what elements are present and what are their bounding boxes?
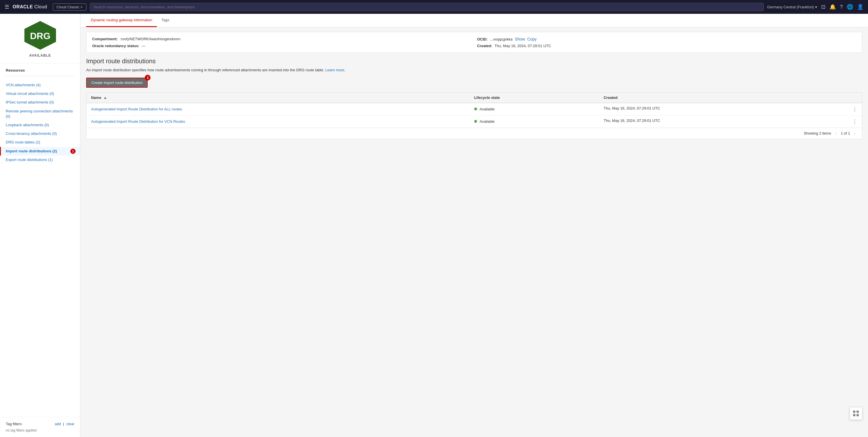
created-label: Created: (477, 44, 492, 48)
pagination-bar: Showing 2 items ‹ 1 of 1 › (86, 128, 862, 139)
table-row: Autogenerated Import Route Distribution … (87, 103, 862, 116)
sidebar-item-loopback[interactable]: Loopback attachments (0) (0, 121, 80, 129)
no-tag-filters-label: no tag filters applied (6, 428, 74, 432)
user-icon[interactable]: 👤 (857, 4, 863, 10)
ocid-row: OCID: ...vxqqcgvkka Show Copy (477, 37, 856, 41)
active-item-badge: 1 (70, 149, 75, 154)
sort-name-icon: ▲ (103, 95, 107, 100)
section-description: An import route distribution specifies h… (86, 67, 862, 73)
sidebar-item-import-route-distributions[interactable]: Import route distributions (2) 1 (0, 147, 80, 155)
tag-filter-actions: add | clear (55, 422, 74, 426)
content-area: Dynamic routing gateway information Tags… (81, 14, 868, 437)
col-lifecycle-state[interactable]: Lifecycle state (470, 92, 599, 103)
showing-items-label: Showing 2 items (804, 131, 831, 136)
tab-drg-info[interactable]: Dynamic routing gateway information (86, 14, 157, 27)
row-2-lifecycle: Available (470, 115, 599, 128)
compartment-label: Compartment: (92, 37, 118, 41)
tab-tags[interactable]: Tags (157, 14, 174, 27)
row-1-created: Thu, May 16, 2024, 07:29:01 UTC ⋮ (599, 103, 862, 116)
tag-filters-title: Tag filters (6, 422, 22, 426)
info-grid: Compartment: :root)/NETWORK/IwanHoogendo… (92, 37, 856, 48)
search-input[interactable] (90, 3, 764, 11)
available-status-icon (474, 120, 477, 123)
ocid-copy-link[interactable]: Copy (527, 37, 537, 41)
created-row: Created: Thu, May 16, 2024, 07:28:51 UTC (477, 44, 856, 48)
learn-more-link[interactable]: Learn more (325, 68, 344, 72)
svg-rect-4 (853, 414, 855, 416)
row-2-action-menu[interactable]: ⋮ (852, 118, 857, 125)
sidebar-item-ipsec[interactable]: IPSec tunnel attachments (0) (0, 98, 80, 107)
col-name[interactable]: Name ▲ (87, 92, 470, 103)
svg-text:DRG: DRG (30, 31, 50, 41)
hamburger-icon[interactable]: ☰ (5, 4, 9, 10)
drg-logo-area: DRG AVAILABLE (0, 14, 80, 63)
row-1-lifecycle: Available (470, 103, 599, 116)
col-created[interactable]: Created (599, 92, 862, 103)
next-page-button[interactable]: › (852, 130, 857, 137)
resources-title: Resources (6, 68, 74, 72)
oracle-logo: ORACLE Cloud (13, 4, 47, 9)
redundancy-row: Oracle redundancy status: — (92, 44, 471, 48)
help-icon[interactable]: ? (840, 4, 843, 10)
row-1-action-menu[interactable]: ⋮ (852, 106, 857, 112)
region-selector[interactable]: Germany Central (Frankfurt) ▾ (767, 5, 817, 9)
distributions-section: Import route distributions An import rou… (86, 58, 862, 139)
ocid-value: ...vxqqcgvkka (490, 37, 513, 41)
svg-rect-2 (853, 411, 855, 413)
compartment-row: Compartment: :root)/NETWORK/IwanHoogendo… (92, 37, 471, 41)
nav-right: Germany Central (Frankfurt) ▾ ⊡ 🔔 ? 🌐 👤 (767, 4, 863, 10)
redundancy-label: Oracle redundancy status: (92, 44, 139, 48)
tag-filters-section: Tag filters add | clear no tag filters a… (0, 417, 80, 437)
svg-rect-3 (857, 411, 859, 413)
created-value: Thu, May 16, 2024, 07:28:51 UTC (495, 44, 551, 48)
bell-icon[interactable]: 🔔 (830, 4, 836, 10)
distributions-table: Name ▲ Lifecycle state Created (86, 92, 862, 128)
clear-tag-filter-link[interactable]: clear (66, 422, 74, 426)
sidebar-nav: VCN attachments (4) Virtual circuit atta… (0, 81, 80, 164)
row-2-created: Thu, May 16, 2024, 07:29:01 UTC ⋮ (599, 115, 862, 128)
table-row: Autogenerated Import Route Distribution … (87, 115, 862, 128)
terminal-icon[interactable]: ⊡ (821, 4, 826, 10)
svg-rect-5 (857, 414, 859, 416)
cloud-classic-button[interactable]: Cloud Classic > (53, 3, 87, 11)
main-container: DRG AVAILABLE Resources VCN attachments … (0, 14, 868, 437)
row-1-name-link[interactable]: Autogenerated Import Route Distribution … (91, 107, 182, 111)
page-info-label: 1 of 1 (841, 131, 850, 136)
create-button-wrapper: Create import route distribution 2 (86, 78, 148, 88)
top-navigation: ☰ ORACLE Cloud Cloud Classic > Germany C… (0, 0, 868, 14)
sidebar-item-cross-tenancy[interactable]: Cross-tenancy attachments (0) (0, 129, 80, 138)
sidebar-item-remote-peering[interactable]: Remote peering connection attachments (0… (0, 107, 80, 121)
help-grid-icon (852, 409, 860, 417)
globe-icon[interactable]: 🌐 (847, 4, 853, 10)
sidebar-item-export-route-distributions[interactable]: Export route distributions (1) (0, 155, 80, 164)
tabs-bar: Dynamic routing gateway information Tags (81, 14, 868, 27)
sidebar-item-drg-route-tables[interactable]: DRG route tables (2) (0, 138, 80, 147)
row-2-name: Autogenerated Import Route Distribution … (87, 115, 470, 128)
resources-section: Resources (0, 63, 80, 81)
section-title: Import route distributions (86, 58, 862, 65)
row-1-name: Autogenerated Import Route Distribution … (87, 103, 470, 116)
help-float-button[interactable] (849, 407, 862, 420)
ocid-show-link[interactable]: Show (515, 37, 525, 41)
sidebar-item-virtual-circuit[interactable]: Virtual circuit attachments (0) (0, 89, 80, 98)
sidebar-item-vcn-attachments[interactable]: VCN attachments (4) (0, 81, 80, 89)
drg-status-label: AVAILABLE (29, 54, 51, 58)
sidebar: DRG AVAILABLE Resources VCN attachments … (0, 14, 81, 437)
row-2-name-link[interactable]: Autogenerated Import Route Distribution … (91, 119, 185, 124)
region-label: Germany Central (Frankfurt) (767, 5, 814, 9)
prev-page-button[interactable]: ‹ (834, 130, 838, 137)
create-button-badge: 2 (145, 75, 151, 81)
add-tag-filter-link[interactable]: add (55, 422, 61, 426)
create-import-route-distribution-button[interactable]: Create import route distribution (86, 78, 148, 88)
ocid-label: OCID: (477, 37, 488, 41)
drg-hexagon-icon: DRG (23, 20, 57, 51)
info-panel: Compartment: :root)/NETWORK/IwanHoogendo… (86, 32, 862, 53)
redundancy-value: — (142, 44, 145, 48)
region-chevron-icon: ▾ (815, 5, 817, 9)
compartment-value: :root)/NETWORK/IwanHoogendoorn (120, 37, 180, 41)
available-status-icon (474, 108, 477, 110)
